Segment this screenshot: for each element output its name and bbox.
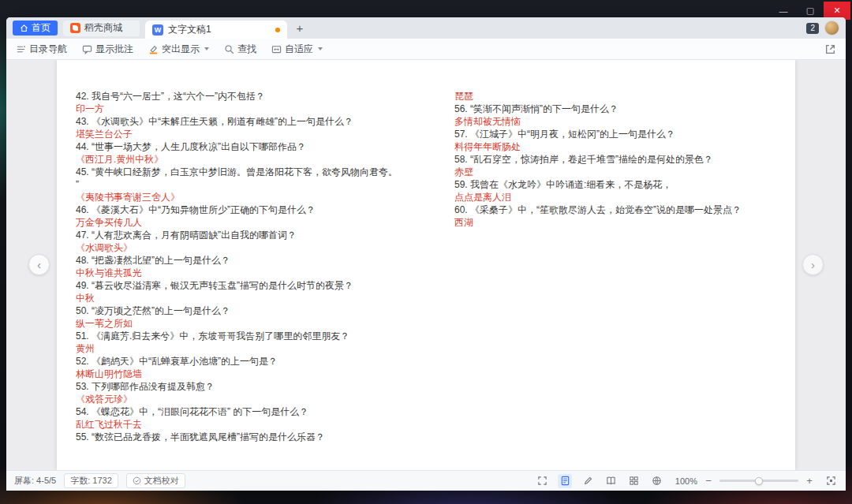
- grid-view-button[interactable]: [626, 474, 641, 488]
- document-page[interactable]: 42. 我自号“六一居士”，这“六个一”内不包括？印一方43. 《水调歌头》中“…: [57, 60, 795, 470]
- right-column: 琵琶56. “笑渐不闻声渐悄”的下一句是什么？多情却被无情恼57. 《江城子》中…: [454, 90, 776, 470]
- web-view-button[interactable]: [649, 474, 663, 488]
- answer-text: 印一方: [76, 103, 410, 115]
- question-text: 44. “世事一场大梦，人生几度秋凉”出自以下哪部作品？: [76, 140, 410, 153]
- proofread-label: 文档校对: [144, 475, 179, 487]
- answer-text: 堪笑兰台公子: [76, 128, 410, 140]
- highlight-icon: [148, 44, 159, 54]
- question-text: 55. “数弦已品龙香拨，半面犹遮凤尾槽”描写的是什么乐器？: [76, 431, 410, 443]
- screen-indicator: 屏幕: 4-5/5: [14, 475, 56, 487]
- show-comments-label: 显示批注: [95, 43, 133, 56]
- question-text: 48. “把盏凄然北望”的上一句是什么？: [76, 254, 410, 267]
- question-text: 49. “暮云收尽溢清寒，银汉无声转玉盘”描写的是什么时节的夜景？: [76, 279, 410, 292]
- outline-nav-icon: [16, 44, 26, 54]
- home-button[interactable]: 首页: [13, 21, 58, 35]
- fullscreen-icon: [826, 476, 836, 486]
- answer-text: 赤壁: [454, 166, 776, 178]
- answer-text: 乱红飞过秋千去: [76, 418, 410, 431]
- question-text: 52. 《鹧鸪天》中“乱蝉衰草小池塘”的上一句是？: [76, 355, 410, 368]
- comments-icon: [82, 44, 92, 54]
- export-icon: [824, 43, 836, 55]
- left-column: 42. 我自号“六一居士”，这“六个一”内不包括？印一方43. 《水调歌头》中“…: [76, 90, 410, 470]
- zoom-level: 100%: [672, 476, 697, 486]
- answer-text: 料得年年断肠处: [454, 140, 776, 153]
- zoom-in-button[interactable]: +: [804, 475, 815, 487]
- autofit-dropdown-caret: [318, 47, 323, 50]
- outline-nav-label: 目录导航: [29, 43, 67, 56]
- highlight-dropdown-caret: [204, 47, 209, 50]
- tab-document[interactable]: W 文字文稿1: [145, 21, 287, 39]
- question-text: 57. 《江城子》中“明月夜，短松冈”的上一句是什么？: [454, 128, 776, 140]
- question-text: 58. “乱石穿空，惊涛拍岸，卷起千堆雪”描绘的是何处的景色？: [454, 153, 776, 166]
- toolbar-autofit[interactable]: 自适应: [271, 43, 323, 56]
- question-text: ”: [76, 178, 410, 191]
- unsaved-indicator-dot: [275, 28, 280, 32]
- answer-text: 万金争买传几人: [76, 216, 410, 229]
- view-toolbar: 目录导航 显示批注 突出显示 查找 自适应: [6, 39, 846, 60]
- highlight-label: 突出显示: [162, 43, 200, 56]
- fit-page-button[interactable]: [535, 474, 549, 488]
- page-view-button[interactable]: [558, 474, 572, 488]
- page-view-icon: [560, 476, 570, 486]
- home-icon: [20, 24, 28, 32]
- pen-icon: [583, 476, 593, 486]
- window-count-badge[interactable]: 2: [806, 23, 819, 34]
- fit-page-icon: [537, 476, 547, 486]
- wps-window: 首页 稻壳商城 W 文字文稿1 + 2 目录导航 显: [6, 17, 846, 491]
- question-text: 54. 《蝶恋花》中，“泪眼问花花不语” 的下一句是什么？: [76, 405, 410, 418]
- toolbar-export-button[interactable]: [824, 43, 836, 55]
- book-icon: [606, 476, 616, 486]
- zoom-controls: 100% − +: [672, 475, 815, 487]
- autofit-icon: [271, 44, 282, 54]
- new-tab-button[interactable]: +: [293, 21, 307, 35]
- statusbar-right-group: 100% − +: [535, 474, 838, 488]
- answer-text: 纵一苇之所如: [76, 317, 410, 330]
- zoom-slider-thumb[interactable]: [755, 477, 763, 485]
- word-count-label: 字数: 1732: [70, 475, 112, 487]
- answer-text: 多情却被无情恼: [454, 115, 776, 128]
- question-text: 50. “凌万顷之茫然”的上一句是什么？: [76, 304, 410, 317]
- status-bar: 屏幕: 4-5/5 字数: 1732 文档校对: [6, 470, 846, 491]
- question-text: 47. “人有悲欢离合，月有阴晴圆缺”出自我的哪首词？: [76, 229, 410, 241]
- fullscreen-button[interactable]: [824, 474, 838, 488]
- question-text: 60. 《采桑子》中，“笙歌散尽游人去，始觉春空”说的是哪一处景点？: [454, 203, 776, 216]
- word-count[interactable]: 字数: 1732: [64, 473, 118, 488]
- answer-text: 《戏答元珍》: [76, 393, 410, 405]
- answer-text: 《水调歌头》: [76, 241, 410, 254]
- grid-view-icon: [629, 476, 639, 486]
- answer-text: 点点是离人泪: [454, 191, 776, 203]
- previous-page-button[interactable]: ‹: [28, 254, 50, 275]
- question-text: 59. 我曾在《水龙吟》中吟诵道:细看来，不是杨花，: [454, 178, 776, 191]
- next-page-button[interactable]: ›: [802, 254, 824, 275]
- answer-text: 西湖: [454, 216, 776, 229]
- tab-bar: 首页 稻壳商城 W 文字文稿1 + 2: [6, 17, 846, 39]
- find-label: 查找: [237, 43, 256, 56]
- tab-docer-mall[interactable]: 稻壳商城: [63, 21, 140, 36]
- toolbar-highlight[interactable]: 突出显示: [148, 43, 209, 56]
- question-text: 51. 《满庭芳.归去来兮》中，东坡哥哥我告别了哪里的邻里朋友？: [76, 330, 410, 342]
- proofread-check-icon: [133, 476, 141, 485]
- question-text: 45. “黄牛峡口经新梦，白玉京中梦旧游。曾是洛阳花下客，欲夸风物向君夸。: [76, 166, 410, 178]
- question-text: 46. 《菱溪大石》中“乃知异物世所少”正确的下句是什么？: [76, 203, 410, 216]
- answer-text: 《夷陵书事寄谢三舍人》: [76, 191, 410, 203]
- answer-text: 林断山明竹隐墙: [76, 368, 410, 380]
- zoom-slider[interactable]: [719, 480, 798, 482]
- globe-icon: [652, 476, 662, 486]
- edit-mode-button[interactable]: [581, 474, 595, 488]
- docer-mall-label: 稻壳商城: [84, 21, 122, 35]
- toolbar-outline-nav[interactable]: 目录导航: [16, 43, 67, 56]
- proofread-button[interactable]: 文档校对: [126, 473, 185, 488]
- document-tab-label: 文字文稿1: [168, 23, 211, 36]
- question-text: 56. “笑渐不闻声渐悄”的下一句是什么？: [454, 103, 776, 115]
- toolbar-find[interactable]: 查找: [224, 43, 256, 56]
- answer-text: 琵琶: [454, 90, 776, 103]
- zoom-out-button[interactable]: −: [703, 475, 714, 487]
- toolbar-show-comments[interactable]: 显示批注: [82, 43, 133, 56]
- autofit-label: 自适应: [285, 43, 313, 56]
- answer-text: 中秋: [76, 292, 410, 304]
- home-label: 首页: [32, 21, 50, 35]
- answer-text: 中秋与谁共孤光: [76, 267, 410, 279]
- user-avatar[interactable]: [824, 21, 839, 35]
- document-area: 42. 我自号“六一居士”，这“六个一”内不包括？印一方43. 《水调歌头》中“…: [6, 60, 846, 470]
- read-mode-button[interactable]: [604, 474, 618, 488]
